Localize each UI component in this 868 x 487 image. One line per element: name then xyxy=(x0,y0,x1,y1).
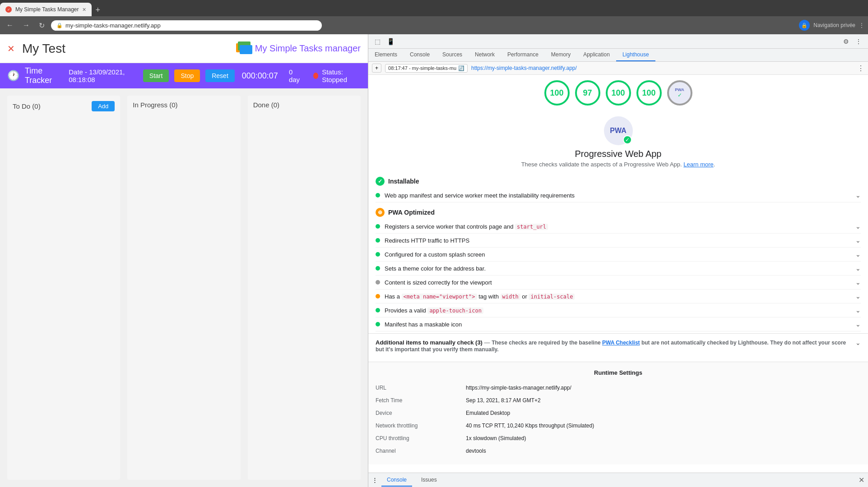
text-maskable: Manifest has a maskable icon xyxy=(385,321,462,328)
devtools-settings-btn[interactable]: ⚙ xyxy=(840,36,852,47)
expand-splash[interactable]: ⌄ xyxy=(855,251,861,258)
profile-icon[interactable]: 🔒 xyxy=(799,20,810,31)
score-best-practices: 100 xyxy=(606,80,631,106)
back-btn[interactable]: ← xyxy=(4,20,16,30)
browser-menu-icon[interactable]: ⋮ xyxy=(859,22,864,28)
check-item-theme: Sets a theme color for the address bar. … xyxy=(376,262,861,276)
lock-icon: 🔒 xyxy=(56,23,63,28)
devtools-inspect-btn[interactable]: ⬚ xyxy=(372,36,383,47)
check-item-splash: Configured for a custom splash screen ⌄ xyxy=(376,248,861,262)
tab-console[interactable]: Console xyxy=(404,49,436,61)
pwa-subtitle: These checks validate the aspects of a P… xyxy=(368,161,868,168)
kanban-col-done-title: Done (0) xyxy=(253,101,279,109)
tab-memory[interactable]: Memory xyxy=(545,49,577,61)
new-tab-btn[interactable]: + xyxy=(92,4,104,16)
kanban-col-inprogress: In Progress (0) xyxy=(127,96,240,480)
address-bar: ← → ↻ 🔒 my-simple-tasks-manager.netlify.… xyxy=(0,16,868,34)
text-https: Redirects HTTP traffic to HTTPS xyxy=(385,237,469,244)
bottom-tab-issues[interactable]: Issues xyxy=(416,474,442,487)
additional-expand-btn[interactable]: ⌄ xyxy=(855,339,861,346)
app-logo-text: My Simple Tasks manager xyxy=(255,43,361,54)
expand-apple-icon[interactable]: ⌄ xyxy=(855,307,861,314)
expand-theme[interactable]: ⌄ xyxy=(855,265,861,272)
installable-section: ✓ Installable Web app manifest and servi… xyxy=(368,171,868,202)
expand-sw[interactable]: ⌄ xyxy=(855,223,861,230)
timer-day: 0 day xyxy=(289,68,302,83)
tab-application[interactable]: Application xyxy=(577,49,616,61)
pwa-header: PWA ✓ Progressive Web App These checks v… xyxy=(368,109,868,171)
tab-sources[interactable]: Sources xyxy=(436,49,469,61)
browser-tab-active[interactable]: My Simple Tasks Manager × xyxy=(0,3,92,16)
kanban-col-inprogress-header: In Progress (0) xyxy=(133,101,235,109)
pwa-optimized-icon: ⊕ xyxy=(376,208,385,217)
check-item-serviceworker: Registers a service worker that controls… xyxy=(376,220,861,234)
installable-header: ✓ Installable xyxy=(376,171,861,188)
devtools-url-time: 08:17:47 - my-simple-tasks-mu 🔄 xyxy=(385,64,468,73)
devtools-url-link[interactable]: https://my-simple-tasks-manager.netlify.… xyxy=(471,65,577,71)
text-viewport-size: Content is sized correctly for the viewp… xyxy=(385,279,492,286)
pwa-checklist-link[interactable]: PWA Checklist xyxy=(602,340,640,346)
runtime-settings: Runtime Settings URL https://my-simple-t… xyxy=(368,362,868,464)
tab-network[interactable]: Network xyxy=(469,49,501,61)
check-item-maskable: Manifest has a maskable icon ⌄ xyxy=(376,317,861,331)
score-seo: 100 xyxy=(636,80,662,106)
runtime-value-url: https://my-simple-tasks-manager.netlify.… xyxy=(466,381,861,394)
kanban-col-done-header: Done (0) xyxy=(253,101,355,109)
kanban-col-todo-header: To Do (0) Add xyxy=(13,101,115,111)
bottom-tab-console[interactable]: Console xyxy=(381,474,412,487)
add-task-btn[interactable]: Add xyxy=(92,101,115,111)
devtools-close-btn[interactable]: ✕ xyxy=(859,476,864,484)
tab-elements[interactable]: Elements xyxy=(368,49,404,61)
start-btn[interactable]: Start xyxy=(143,69,169,82)
devtools-refresh-icon[interactable]: 🔄 xyxy=(458,65,464,71)
pwa-optimized-section: ⊕ PWA Optimized Registers a service work… xyxy=(368,202,868,331)
score-pwa[interactable]: PWA ✓ xyxy=(667,80,692,106)
stop-btn[interactable]: Stop xyxy=(174,69,200,82)
expand-viewport-meta[interactable]: ⌄ xyxy=(855,293,861,300)
runtime-row-cpu: CPU throttling 1x slowdown (Simulated) xyxy=(376,432,861,445)
expand-https[interactable]: ⌄ xyxy=(855,237,861,244)
runtime-row-channel: Channel devtools xyxy=(376,445,861,457)
check-expand-manifest[interactable]: ⌄ xyxy=(855,192,861,199)
scores-row: 100 97 100 100 PWA ✓ xyxy=(368,75,868,109)
devtools-time-text: 08:17:47 - my-simple-tasks-mu xyxy=(388,65,456,71)
devtools-url-plus-btn[interactable]: + xyxy=(372,64,381,73)
tab-lighthouse[interactable]: Lighthouse xyxy=(616,49,655,61)
runtime-label-channel: Channel xyxy=(376,445,466,457)
timer-date: Date - 13/09/2021, 08:18:08 xyxy=(69,68,138,83)
reset-btn[interactable]: Reset xyxy=(205,69,235,82)
devtools-url-more-btn[interactable]: ⋮ xyxy=(857,64,864,73)
devtools-device-btn[interactable]: 📱 xyxy=(384,36,397,47)
url-text: my-simple-tasks-manager.netlify.app xyxy=(65,22,161,29)
devtools-more-btn[interactable]: ⋮ xyxy=(853,36,864,47)
dot-theme xyxy=(376,266,380,271)
learn-more-link[interactable]: Learn more xyxy=(683,161,713,168)
runtime-row-fetch: Fetch Time Sep 13, 2021, 8:17 AM GMT+2 xyxy=(376,394,861,407)
expand-viewport-size[interactable]: ⌄ xyxy=(855,279,861,286)
runtime-value-channel: devtools xyxy=(466,445,861,457)
timer-label: Time Tracker xyxy=(25,66,63,85)
tab-close-btn[interactable]: × xyxy=(83,6,86,13)
installable-icon: ✓ xyxy=(376,177,385,186)
additional-title: Additional items to manually check (3) —… xyxy=(376,339,852,353)
kanban-col-inprogress-title: In Progress (0) xyxy=(133,101,177,109)
timer-time: 000:00:07 xyxy=(242,71,278,81)
dot-viewport-meta xyxy=(376,294,380,299)
forward-btn[interactable]: → xyxy=(20,20,32,30)
text-theme: Sets a theme color for the address bar. xyxy=(385,265,486,272)
runtime-label-url: URL xyxy=(376,381,466,394)
dot-splash xyxy=(376,252,380,257)
app-close-btn[interactable]: ✕ xyxy=(7,43,15,54)
timer-icon: 🕐 xyxy=(7,70,19,82)
tab-performance[interactable]: Performance xyxy=(501,49,545,61)
browser-right-controls: 🔒 Navigation privée ⋮ xyxy=(799,20,864,31)
additional-section: Additional items to manually check (3) —… xyxy=(368,333,868,358)
tab-title: My Simple Tasks Manager xyxy=(15,6,79,13)
runtime-label-cpu: CPU throttling xyxy=(376,432,466,445)
reload-btn[interactable]: ↻ xyxy=(36,20,47,31)
additional-header: Additional items to manually check (3) —… xyxy=(376,339,861,353)
address-input[interactable]: 🔒 my-simple-tasks-manager.netlify.app xyxy=(51,20,322,31)
expand-maskable[interactable]: ⌄ xyxy=(855,321,861,328)
devtools-bottom-more-btn[interactable]: ⋮ xyxy=(372,477,378,483)
lighthouse-content: 100 97 100 100 PWA ✓ PWA xyxy=(368,75,868,473)
